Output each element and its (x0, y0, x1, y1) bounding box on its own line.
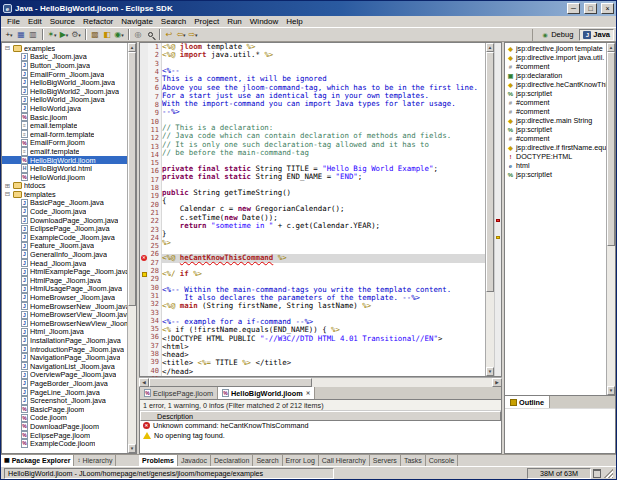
new-java-project-icon[interactable]: ▩ (89, 29, 101, 41)
tree-item[interactable]: JDownloadPage_Jloom.java (2, 216, 127, 225)
error-marker-icon[interactable] (496, 219, 500, 222)
dropdown-arrow-icon[interactable]: ▾ (121, 32, 124, 38)
new-class-icon[interactable]: ◉▾ (113, 29, 125, 41)
tree-item[interactable]: JHomeBrowser_Jloom.java (2, 293, 127, 302)
tree-item[interactable]: ≡email.template (2, 121, 127, 130)
editor-vertical-scrollbar[interactable]: ▲ ▼ (485, 43, 494, 376)
dropdown-arrow-icon[interactable]: ▾ (54, 32, 57, 38)
tree-item[interactable]: %ExampleCode.jloom (2, 439, 127, 448)
tree-item[interactable]: JCode_Jloom.java (2, 207, 127, 216)
structure-item[interactable]: ◆jsp:directive.main String (505, 116, 606, 125)
tab-hierarchy[interactable]: ↕Hierarchy (74, 455, 116, 466)
structure-scrollbar[interactable]: ▲ ▼ (606, 43, 615, 395)
structure-item[interactable]: ◆jsp:directive.import java.util. (505, 53, 606, 62)
scroll-up-icon[interactable]: ▲ (607, 43, 615, 52)
tree-item[interactable]: ⊟examples (2, 44, 127, 53)
scroll-down-icon[interactable]: ▼ (486, 367, 494, 376)
tab-search[interactable]: Search (253, 455, 282, 466)
structure-item[interactable]: ##comment (505, 134, 606, 143)
tree-item[interactable]: JNavigationList_Jloom.java (2, 362, 127, 371)
last-edit-icon[interactable]: ↩ (163, 29, 175, 41)
tab-outline[interactable]: Outline (505, 396, 550, 408)
dropdown-arrow-icon[interactable]: ▾ (10, 32, 13, 38)
minimize-button[interactable]: ─ (567, 3, 580, 14)
scroll-up-icon[interactable]: ▲ (128, 43, 136, 52)
tree-item[interactable]: %HelloBigWorld.jloom (2, 156, 127, 165)
tree-item[interactable]: JNavigationPage_Jloom.java (2, 353, 127, 362)
tree-item[interactable]: ⊞htdocs (2, 182, 127, 191)
menu-project[interactable]: Project (190, 17, 223, 26)
external-tools-icon[interactable]: ⚙▾ (70, 29, 82, 41)
tree-item[interactable]: JHelloWorld_Jloom.java (2, 96, 127, 105)
structure-item[interactable]: ##comment (505, 62, 606, 71)
tree-item[interactable]: ≡email-form.template (2, 130, 127, 139)
tree-item[interactable]: JHtmlExamplePage_Jloom.java (2, 267, 127, 276)
tab-problems[interactable]: Problems (139, 455, 178, 466)
tab-javadoc[interactable]: Javadoc (178, 455, 211, 466)
editor-tab[interactable]: %HelloBigWorld.jloom✕ (218, 387, 315, 399)
scrollbar-thumb[interactable] (149, 378, 312, 387)
dropdown-arrow-icon[interactable]: ▾ (183, 32, 186, 38)
scrollbar-thumb[interactable] (128, 52, 136, 306)
save-icon[interactable]: ▦ (15, 29, 27, 41)
resize-grip[interactable] (603, 468, 613, 478)
tab-package-explorer[interactable]: ▦Package Explorer (1, 455, 74, 466)
tree-item[interactable]: JScreenshot_Jloom.java (2, 396, 127, 405)
dropdown-arrow-icon[interactable]: ▾ (195, 32, 198, 38)
editor-horizontal-scrollbar[interactable]: ◀ ▶ (139, 377, 502, 387)
debug-icon[interactable]: ✶▾ (46, 29, 58, 41)
structure-item[interactable]: ◆jsp:directive.if firstName.equ (505, 143, 606, 152)
print-icon[interactable]: ▥ (27, 29, 39, 41)
open-type-icon[interactable]: ◎ (132, 29, 144, 41)
collapse-icon[interactable]: ⊟ (4, 190, 11, 198)
tree-item[interactable]: JEclipsePage_Jloom.java (2, 224, 127, 233)
structure-item[interactable]: ##comment (505, 107, 606, 116)
tree-item[interactable]: JHomeBrowserNewView_Jloom.java (2, 319, 127, 328)
search-icon[interactable] (144, 29, 156, 41)
editor-tab[interactable]: %EclipsePage.jloom (140, 387, 218, 399)
tree-item[interactable]: %EclipsePage.jloom (2, 431, 127, 440)
tree-item[interactable]: JHelloWorld.java (2, 104, 127, 113)
tab-error-log[interactable]: Error Log (283, 455, 319, 466)
menu-source[interactable]: Source (46, 17, 79, 26)
structure-item[interactable]: ##comment (505, 98, 606, 107)
new-wizard-icon[interactable]: +▾ (3, 29, 15, 41)
tree-item[interactable]: JHelloBigWorld_Jloom.java (2, 78, 127, 87)
problems-column-description[interactable]: Description (140, 411, 501, 421)
tree-item[interactable]: JEmailForm_Jloom.java (2, 70, 127, 79)
tab-declaration[interactable]: Declaration (211, 455, 253, 466)
scroll-left-icon[interactable]: ◀ (139, 378, 149, 387)
tree-item[interactable]: JInstallationPage_Jloom.java (2, 336, 127, 345)
new-package-icon[interactable]: ◧ (101, 29, 113, 41)
structure-item[interactable]: ◆jsp:directive.jloom template (505, 44, 606, 53)
structure-item[interactable]: %jsp:scriptlet (505, 89, 606, 98)
structure-item[interactable]: ehtml (505, 161, 606, 170)
menu-run[interactable]: Run (223, 17, 246, 26)
menu-edit[interactable]: Edit (24, 17, 46, 26)
close-tab-icon[interactable]: ✕ (306, 390, 311, 396)
tree-item[interactable]: %DownloadPage.jloom (2, 422, 127, 431)
tree-item[interactable]: %EmailForm.jloom (2, 139, 127, 148)
collapse-icon[interactable]: ⊟ (4, 44, 11, 52)
tree-item[interactable]: JHelloBigWorld2_Jloom.java (2, 87, 127, 96)
error-annotation-icon[interactable]: ✕ (141, 255, 147, 261)
perspective-debug-button[interactable]: ◉Debug (537, 29, 577, 41)
menu-window[interactable]: Window (246, 17, 282, 26)
structure-item[interactable]: %jsp:scriptlet (505, 125, 606, 134)
run-icon[interactable]: ▶▾ (58, 29, 70, 41)
tree-item[interactable]: JHomeBrowserView_Jloom.java (2, 310, 127, 319)
tree-item[interactable]: JHomeBrowserNew_Jloom.java (2, 302, 127, 311)
code-content[interactable]: <%@ jloom template %><%@ import java.uti… (162, 43, 485, 376)
menu-navigate[interactable]: Navigate (117, 17, 157, 26)
maximize-button[interactable]: □ (584, 3, 597, 14)
back-icon[interactable]: ⇦▾ (175, 29, 187, 41)
scroll-down-icon[interactable]: ▼ (607, 386, 615, 395)
tree-item[interactable]: JHtmlPage_Jloom.java (2, 276, 127, 285)
tree-item[interactable]: JHtmlUsagePage_Jloom.java (2, 285, 127, 294)
problem-row[interactable]: No opening tag found. (140, 431, 501, 441)
tree-item[interactable]: JHtml_Jloom.java (2, 328, 127, 337)
tree-item[interactable]: JExampleCode_Jloom.java (2, 233, 127, 242)
tree-item[interactable]: %Basic.jloom (2, 113, 127, 122)
tab-console[interactable]: Console (426, 455, 459, 466)
tab-servers[interactable]: Servers (370, 455, 401, 466)
